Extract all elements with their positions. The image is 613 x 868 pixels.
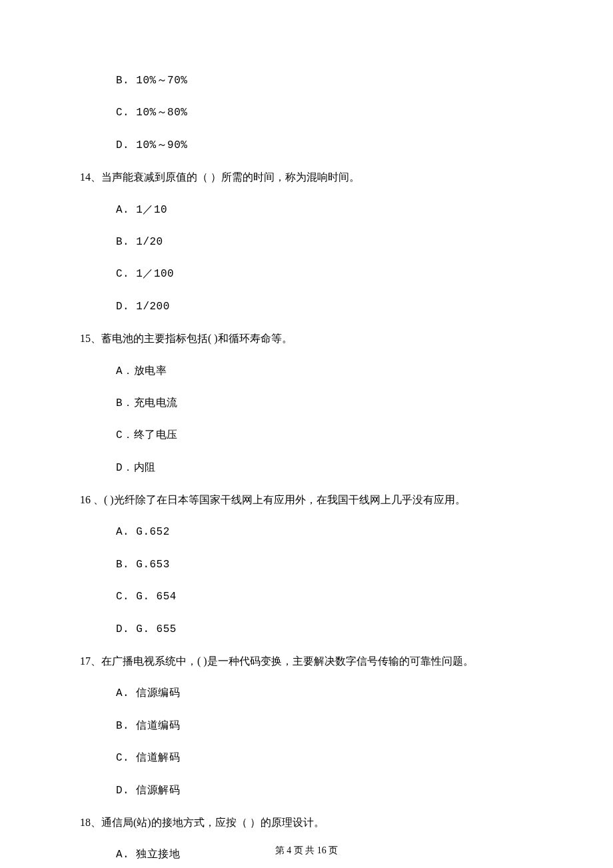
option-text: A．放电率	[116, 364, 533, 379]
option-text: C．终了电压	[116, 428, 533, 443]
option-text: C. 10%～80%	[116, 105, 533, 120]
option-text: C. G. 654	[116, 589, 533, 604]
question-stem: 17、在广播电视系统中，( )是一种代码变换，主要解决数字信号传输的可靠性问题。	[80, 654, 533, 669]
option-text: A. 1／10	[116, 203, 533, 217]
question-stem: 15、蓄电池的主要指标包括( )和循环寿命等。	[80, 331, 533, 346]
question-stem: 16 、( )光纤除了在日本等国家干线网上有应用外，在我国干线网上几乎没有应用。	[80, 493, 533, 507]
option-text: C. 1／100	[116, 267, 533, 281]
option-text: A. G.652	[116, 525, 533, 539]
page-content: B. 10%～70% C. 10%～80% D. 10%～90% 14、当声能衰…	[0, 0, 613, 863]
option-text: D. G. 655	[116, 622, 533, 637]
option-text: D. 1/200	[116, 299, 533, 314]
option-text: B. 10%～70%	[116, 73, 533, 88]
option-text: D. 10%～90%	[116, 138, 533, 153]
option-text: C. 信道解码	[116, 751, 533, 765]
option-text: A. 信源编码	[116, 686, 533, 701]
question-stem: 18、通信局(站)的接地方式，应按（ ）的原理设计。	[80, 815, 533, 830]
option-text: B. 1/20	[116, 235, 533, 249]
page-footer: 第 4 页 共 16 页	[0, 844, 613, 857]
question-stem: 14、当声能衰减到原值的（ ）所需的时间，称为混响时间。	[80, 170, 533, 185]
option-text: B. 信道编码	[116, 719, 533, 733]
option-text: D. 信源解码	[116, 783, 533, 798]
option-text: D．内阻	[116, 461, 533, 475]
option-text: B. G.653	[116, 557, 533, 572]
option-text: B．充电电流	[116, 396, 533, 411]
